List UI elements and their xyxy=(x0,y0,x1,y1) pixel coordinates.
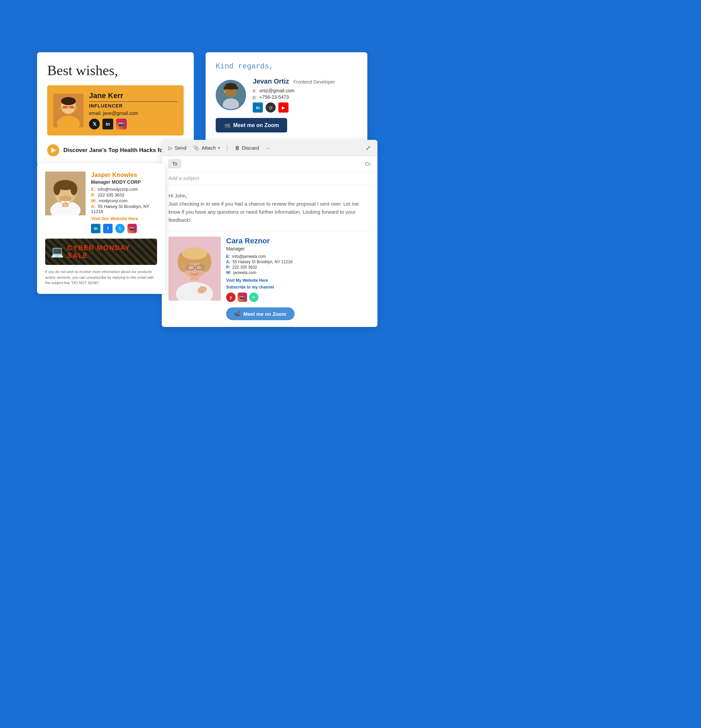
jasper-social-icons: in f 𝕏 📷 xyxy=(91,224,157,233)
jasper-company: Manager MODY CORP xyxy=(91,179,157,185)
svg-point-34 xyxy=(71,183,77,195)
svg-point-14 xyxy=(224,91,226,93)
card-jasper: Jasper Knowles Manager MODY CORP E: info… xyxy=(37,163,165,294)
svg-point-6 xyxy=(60,107,62,110)
jane-name: Jane Kerr xyxy=(89,91,178,102)
zoom-icon: 📹 xyxy=(224,122,231,129)
jasper-address: A: 55 Halsey St Brooklyn, NY 11216 xyxy=(91,204,157,214)
svg-point-36 xyxy=(59,196,71,201)
more-button[interactable]: ··· xyxy=(266,145,270,151)
compose-toolbar: ▷ Send 📎 Attach ▾ | 🗑 Discard ··· ⤢ xyxy=(162,140,377,156)
laptop-icon: 💻 xyxy=(51,246,64,258)
send-button[interactable]: ▷ Send xyxy=(169,145,186,151)
svg-rect-3 xyxy=(63,106,67,108)
svg-point-0 xyxy=(57,116,80,127)
attach-icon: 📎 xyxy=(193,145,199,151)
jane-email: email: jane@gmail.com xyxy=(89,111,178,116)
jane-info: Jane Kerr INFLUENCER email: jane@gmail.c… xyxy=(89,91,178,129)
email-body: Hi John, Just checking in to see if you … xyxy=(162,185,377,327)
jasper-email: E: info@modycorp.com xyxy=(91,187,157,192)
jasper-photo xyxy=(45,172,85,215)
jevan-email: e: ortiz@gmail.com xyxy=(253,88,335,93)
jasper-name: Jasper Knowles xyxy=(91,172,157,179)
facebook-icon[interactable]: f xyxy=(103,224,113,233)
zoom-button[interactable]: 📹 Meet me on Zoom xyxy=(216,118,287,133)
instagram-icon[interactable]: 📷 xyxy=(238,293,247,302)
cara-phone: P: 222 335 3632 xyxy=(226,265,295,270)
cara-name: Cara Reznor xyxy=(226,237,295,246)
jasper-sig-row: Jasper Knowles Manager MODY CORP E: info… xyxy=(45,172,157,233)
cara-link2[interactable]: Subscride to my channel xyxy=(226,284,295,290)
cc-label[interactable]: Cc xyxy=(365,161,371,166)
discard-button[interactable]: 🗑 Discard xyxy=(235,145,259,151)
cyber-monday-banner: 💻 CYBER MONDAY SALE xyxy=(45,238,157,265)
cara-signature-block: Cara Reznor Manager E: info@jameela.com … xyxy=(169,231,371,320)
cara-title: Manager xyxy=(226,246,295,251)
jane-title: INFLUENCER xyxy=(89,103,178,108)
jasper-phone: P: 222 335 3632 xyxy=(91,192,157,198)
svg-point-22 xyxy=(182,247,207,260)
cara-info-block: Cara Reznor Manager E: info@jameela.com … xyxy=(226,237,295,320)
greeting-text: Best wishes, xyxy=(47,62,184,78)
to-badge: To xyxy=(169,159,181,168)
cara-address: A: 55 Halsey St Brooklyn, NY 11216 xyxy=(226,260,295,264)
linkedin-icon[interactable]: in xyxy=(91,224,100,233)
attach-dropdown-icon: ▾ xyxy=(218,146,220,150)
cara-link1[interactable]: Visit My Website Here xyxy=(226,277,295,283)
trash-icon: 🗑 xyxy=(235,145,240,151)
card-kind-regards: Kind regards, Jevan Ortiz Frontend Devel… xyxy=(205,52,367,143)
email-compose-panel: ▷ Send 📎 Attach ▾ | 🗑 Discard ··· ⤢ To C… xyxy=(162,140,377,327)
instagram-icon[interactable]: 📷 xyxy=(127,224,137,233)
cyber-banner-text: CYBER MONDAY SALE xyxy=(67,244,130,259)
youtube-icon[interactable]: ▶ xyxy=(278,103,289,113)
jevan-name: Jevan Ortiz xyxy=(253,78,289,85)
jevan-role: Frontend Developer xyxy=(293,79,335,85)
jane-social: 𝕏 in 📷 xyxy=(89,118,178,129)
cara-photo xyxy=(169,237,221,300)
subject-input[interactable]: Add a subject xyxy=(169,175,199,181)
jasper-website: W: modycorp.com xyxy=(91,198,157,203)
linkedin-icon[interactable]: in xyxy=(253,103,263,113)
jasper-info: Jasper Knowles Manager MODY CORP E: info… xyxy=(91,172,157,233)
vertical-divider xyxy=(194,52,196,143)
play-button[interactable] xyxy=(47,144,59,156)
send-icon: ▷ xyxy=(169,145,172,151)
email-body-text[interactable]: Hi John, Just checking in to see if you … xyxy=(169,192,371,224)
expand-button[interactable]: ⤢ xyxy=(366,144,371,152)
cara-social-icons: y 📷 ✈ xyxy=(226,293,295,302)
svg-point-2 xyxy=(61,97,76,105)
signature-box: Jane Kerr INFLUENCER email: jane@gmail.c… xyxy=(47,85,184,136)
play-triangle-icon xyxy=(51,147,56,153)
jevan-phone: p: +756-23-5473 xyxy=(253,94,335,100)
greeting-text-right: Kind regards, xyxy=(216,62,357,71)
jasper-website-link[interactable]: Visit Our Website Here xyxy=(91,216,157,221)
jevan-social: in ⊙ ▶ xyxy=(253,103,335,113)
svg-point-33 xyxy=(53,183,60,195)
subject-row: Add a subject xyxy=(162,172,377,185)
instagram-icon[interactable]: 📷 xyxy=(116,118,127,129)
to-row: To Cc xyxy=(162,156,377,172)
toolbar-divider: | xyxy=(227,144,228,152)
linkedin-icon[interactable]: in xyxy=(103,118,113,129)
jevan-sig-row: Jevan Ortiz Frontend Developer e: ortiz@… xyxy=(216,78,357,113)
jevan-info: Jevan Ortiz Frontend Developer e: ortiz@… xyxy=(253,78,335,113)
twitter-icon[interactable]: 𝕏 xyxy=(89,118,100,129)
jevan-avatar xyxy=(216,80,246,110)
tripadvisor-icon[interactable]: ✈ xyxy=(249,293,259,302)
yelp-icon[interactable]: y xyxy=(226,293,236,302)
attach-button[interactable]: 📎 Attach ▾ xyxy=(193,145,220,151)
jane-photo xyxy=(53,94,84,127)
svg-point-7 xyxy=(74,107,77,110)
unsubscribe-text: If you do not wish to receive more infor… xyxy=(45,269,157,286)
zoom-camera-icon: 📹 xyxy=(234,311,241,317)
cara-website: W: jameela.com xyxy=(226,270,295,275)
twitter-icon[interactable]: 𝕏 xyxy=(115,224,125,233)
github-icon[interactable]: ⊙ xyxy=(266,103,276,113)
cara-email: E: info@jameela.com xyxy=(226,254,295,259)
svg-rect-4 xyxy=(69,106,74,108)
cara-zoom-button[interactable]: 📹 Meet me on Zoom xyxy=(226,308,295,320)
